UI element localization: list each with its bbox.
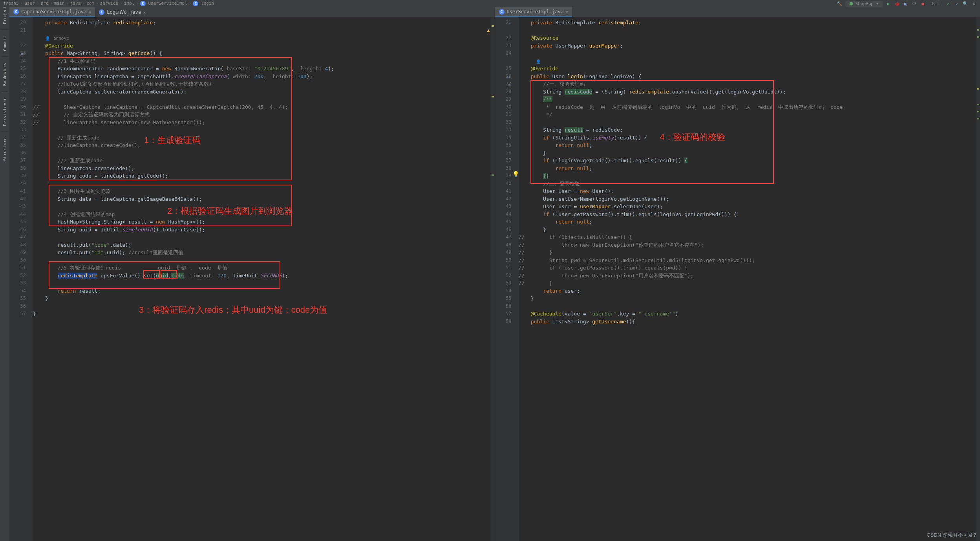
breadcrumb-item[interactable]: impl: [118, 1, 134, 6]
code-line[interactable]: lineCaptcha.setGenerator(randomGenerator…: [33, 88, 491, 96]
gutter-line[interactable]: 22: [11, 42, 26, 50]
gutter-line[interactable]: 41: [497, 187, 512, 195]
code-line[interactable]: //3 图片生成到浏览器: [33, 187, 491, 195]
gutter-line[interactable]: 22: [497, 34, 512, 42]
gutter-line[interactable]: 21✓: [497, 19, 512, 27]
breadcrumb-item[interactable]: login: [187, 1, 214, 6]
gutter-line[interactable]: 56: [497, 303, 512, 310]
code-line[interactable]: @Override: [519, 65, 976, 73]
code-line[interactable]: [33, 126, 491, 134]
gutter-line[interactable]: 50: [497, 257, 512, 264]
left-code[interactable]: private RedisTemplate redisTemplate; ann…: [33, 17, 491, 541]
right-code[interactable]: private RedisTemplate redisTemplate; @Re…: [519, 17, 976, 541]
gutter-line[interactable]: 53: [497, 279, 512, 287]
gutter-line[interactable]: 44: [497, 211, 512, 218]
code-line[interactable]: return result;: [33, 287, 491, 295]
code-line[interactable]: return null;: [519, 218, 976, 226]
tab-CaptchaServiceImpl.java[interactable]: CaptchaServiceImpl.java ✕: [9, 7, 95, 17]
gutter-line[interactable]: 35: [497, 141, 512, 149]
gutter-line[interactable]: 40: [11, 180, 26, 188]
code-line[interactable]: /**: [519, 95, 976, 103]
code-line[interactable]: // lineCaptcha.setGenerator(new MathGene…: [33, 119, 491, 127]
profile-icon[interactable]: ⏱: [912, 1, 917, 6]
breadcrumb-item[interactable]: service: [94, 1, 118, 6]
gutter-line[interactable]: 42: [11, 195, 26, 203]
run-config-selector[interactable]: ⬢ ShopApp ▾: [845, 1, 883, 7]
gutter-line[interactable]: 21: [11, 27, 26, 35]
toolwindow-structure[interactable]: Structure: [2, 132, 8, 167]
left-editor[interactable]: 20212223o↑242526272829303132333435363738…: [9, 17, 495, 541]
vcs-update-icon[interactable]: ✔: [945, 1, 951, 6]
breadcrumb[interactable]: fresh3usersrcmainjavacomserviceimpl User…: [3, 1, 214, 6]
gutter-line[interactable]: 56: [11, 303, 26, 310]
gutter-line[interactable]: 42: [497, 195, 512, 203]
gutter-line[interactable]: 36: [11, 149, 26, 157]
gutter-line[interactable]: 55: [497, 295, 512, 303]
code-line[interactable]: }: [519, 149, 976, 157]
code-line[interactable]: [33, 149, 491, 157]
breadcrumb-item[interactable]: src: [35, 1, 49, 6]
gutter-line[interactable]: 54: [11, 287, 26, 295]
gutter-line[interactable]: 46: [497, 226, 512, 234]
code-line[interactable]: redisTemplate.opsForValue().set(uuid,cod…: [33, 272, 491, 280]
toolwindow-project[interactable]: Project: [2, 0, 8, 29]
code-line[interactable]: //一、校验验证码: [519, 80, 976, 88]
code-line[interactable]: [519, 50, 976, 57]
gutter-mark-icon[interactable]: ✓: [505, 20, 511, 25]
gutter-line[interactable]: 32: [11, 119, 26, 127]
code-line[interactable]: RandomGenerator randomGenerator = new Ra…: [33, 65, 491, 73]
code-line[interactable]: }: [33, 295, 491, 303]
breadcrumb-item[interactable]: user: [19, 1, 35, 6]
gutter-line[interactable]: 25: [497, 65, 512, 73]
gutter-line[interactable]: 36: [497, 149, 512, 157]
gutter-line[interactable]: 34: [497, 134, 512, 142]
code-line[interactable]: String data = lineCaptcha.getImageBase64…: [33, 195, 491, 203]
code-line[interactable]: User.setUserName(loginVo.getLoginName())…: [519, 195, 976, 203]
code-line[interactable]: if (StringUtils.isEmpty(result)) {: [519, 134, 976, 142]
code-line[interactable]: //lineCaptcha.createCode();: [33, 141, 491, 149]
code-line[interactable]: }: [519, 295, 976, 303]
gutter-line[interactable]: 32: [497, 119, 512, 127]
left-marker-track[interactable]: [491, 17, 495, 541]
code-line[interactable]: String uuid = IdUtil.simpleUUID().toUppe…: [33, 226, 491, 234]
breadcrumb-item[interactable]: UserServiceImpl: [134, 1, 187, 6]
gutter-line[interactable]: 45: [11, 218, 26, 226]
gutter-line[interactable]: 39: [497, 172, 512, 180]
gutter-mark-icon[interactable]: o↑ @: [505, 73, 511, 79]
right-marker-track[interactable]: [976, 17, 980, 541]
gutter-line[interactable]: 39: [11, 172, 26, 180]
gutter-line[interactable]: 52: [11, 272, 26, 280]
coverage-icon[interactable]: ◧: [903, 1, 909, 6]
code-line[interactable]: [33, 180, 491, 188]
build-icon[interactable]: 🔨: [837, 1, 842, 6]
code-line[interactable]: // }: [519, 279, 976, 287]
code-line[interactable]: private RedisTemplate redisTemplate;: [519, 19, 976, 27]
code-line[interactable]: private UserMapper userMapper;: [519, 42, 976, 50]
code-line[interactable]: //2 重新生成code: [33, 157, 491, 165]
close-icon[interactable]: ✕: [89, 10, 91, 14]
gutter-line[interactable]: 29: [11, 95, 26, 103]
gutter-line[interactable]: 20: [11, 19, 26, 27]
code-line[interactable]: [33, 257, 491, 264]
gutter-line[interactable]: 38: [11, 165, 26, 172]
gutter-line[interactable]: 37: [497, 157, 512, 165]
gutter-line[interactable]: 49: [11, 249, 26, 257]
code-line[interactable]: [519, 27, 976, 35]
code-line[interactable]: HashMap<String,String> result = new Hash…: [33, 218, 491, 226]
gutter-line[interactable]: 35: [11, 141, 26, 149]
run-icon[interactable]: ▶: [886, 1, 891, 6]
code-line[interactable]: * redisCode 是 用 从前端传到后端的 loginVo 中的 uuid…: [519, 103, 976, 111]
right-gutter[interactable]: 21✓2223242526o↑ @27282930313233343536373…: [495, 17, 519, 541]
code-line[interactable]: //4 创建返回结果的map: [33, 211, 491, 218]
code-line[interactable]: public Map<String, String> getCode() {: [33, 50, 491, 57]
gutter-line[interactable]: 57: [11, 310, 26, 318]
gutter-line[interactable]: [11, 34, 26, 42]
code-line[interactable]: return null;: [519, 165, 976, 172]
gutter-line[interactable]: 23o↑: [11, 50, 26, 57]
gutter-line[interactable]: 33: [497, 126, 512, 134]
gutter-line[interactable]: 28: [497, 88, 512, 96]
code-line[interactable]: // if (Objects.isNull(user)) {: [519, 233, 976, 241]
gutter-line[interactable]: 31: [11, 111, 26, 119]
settings-icon[interactable]: ⚙: [971, 1, 977, 6]
breadcrumb-item[interactable]: java: [65, 1, 81, 6]
